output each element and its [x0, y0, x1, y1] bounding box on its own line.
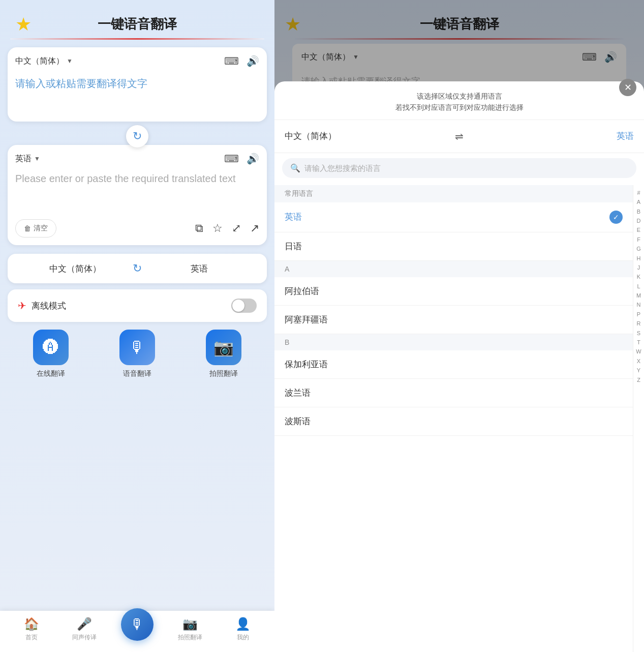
left-panel: ★ 一键语音翻译 中文（简体） ▼ ⌨ 🔊 请输入或粘贴需要翻译得文字 ↻ 英语…	[0, 0, 274, 652]
lang-item-polish[interactable]: 波兰语	[274, 379, 633, 407]
clear-icon: 🗑	[24, 224, 31, 232]
lang-item-arabic[interactable]: 阿拉伯语	[274, 277, 633, 306]
swap-button[interactable]: ↻	[126, 125, 148, 147]
index-a[interactable]: A	[637, 198, 640, 206]
index-r[interactable]: R	[637, 320, 641, 328]
index-x[interactable]: X	[637, 358, 640, 365]
voice-app-icon: 🎙	[119, 330, 155, 365]
target-card: 英语 ▼ ⌨ 🔊 Please enter or paste the requi…	[8, 145, 267, 245]
target-lang-selector[interactable]: 英语 ▼	[15, 154, 40, 164]
target-volume-icon[interactable]: 🔊	[247, 153, 259, 165]
index-g[interactable]: G	[636, 245, 641, 253]
nav-home-label: 首页	[25, 633, 38, 642]
nav-item-realtime[interactable]: 🎤 同声传译	[58, 617, 111, 642]
bookmark-icon[interactable]: ☆	[212, 222, 223, 235]
quick-item-translate[interactable]: 🅐 在线翻译	[33, 330, 69, 378]
modal-close-button[interactable]: ✕	[619, 79, 636, 96]
index-n[interactable]: N	[637, 301, 641, 309]
index-t[interactable]: T	[637, 339, 640, 346]
index-w[interactable]: W	[636, 348, 641, 355]
nav-item-mic[interactable]: 🎙	[111, 618, 164, 641]
bar-source-lang: 中文（简体）	[18, 263, 133, 275]
bar-swap-icon[interactable]: ↻	[133, 262, 142, 275]
mic-button[interactable]: 🎙	[121, 608, 154, 641]
modal-to-lang[interactable]: 英语	[469, 130, 634, 142]
persian-lang-label: 波斯语	[285, 416, 311, 427]
source-lang-arrow: ▼	[67, 57, 73, 65]
modal-search-bar: 🔍	[282, 158, 636, 178]
index-b[interactable]: B	[637, 208, 640, 216]
lang-item-azerbaijani[interactable]: 阿塞拜疆语	[274, 306, 633, 334]
offline-label: 离线模式	[32, 300, 231, 312]
index-k[interactable]: K	[637, 273, 640, 281]
index-y[interactable]: Y	[637, 367, 640, 374]
left-title: 一键语音翻译	[98, 15, 177, 33]
modal-hint-line1: 该选择区域仅支持通用语言	[285, 91, 634, 102]
source-card: 中文（简体） ▼ ⌨ 🔊 请输入或粘贴需要翻译得文字	[8, 47, 267, 122]
realtime-icon: 🎤	[77, 617, 92, 631]
airplane-icon: ✈	[18, 300, 26, 312]
modal-lang-swap-btn[interactable]: ⇌	[450, 127, 469, 145]
source-input[interactable]: 请输入或粘贴需要翻译得文字	[15, 73, 259, 114]
target-lang-arrow: ▼	[34, 155, 40, 162]
index-s[interactable]: S	[637, 330, 640, 337]
translate-label: 在线翻译	[37, 369, 65, 378]
index-m[interactable]: M	[636, 292, 641, 300]
index-hash[interactable]: #	[637, 189, 640, 197]
copy-icon[interactable]: ⧉	[195, 222, 203, 235]
index-j[interactable]: J	[637, 264, 640, 272]
keyboard-icon[interactable]: ⌨	[224, 55, 239, 67]
output-footer: 🗑 清空 ⧉ ☆ ⤢ ↗	[15, 219, 259, 238]
lang-item-japanese[interactable]: 日语	[274, 232, 633, 261]
source-lang-label: 中文（简体）	[15, 56, 64, 67]
right-panel: ★ 一键语音翻译 中文（简体） ▼ ⌨ 🔊 请输入或粘贴需要翻译得文字 ✕ 该选…	[274, 0, 644, 652]
quick-item-voice[interactable]: 🎙 语音翻译	[119, 330, 155, 378]
expand-icon[interactable]: ⤢	[232, 222, 241, 235]
camera-app-icon: 📷	[206, 330, 241, 365]
clear-button[interactable]: 🗑 清空	[15, 219, 56, 238]
share-icon[interactable]: ↗	[250, 222, 259, 235]
index-d[interactable]: D	[637, 217, 641, 225]
source-lang-selector[interactable]: 中文（简体） ▼	[15, 56, 73, 67]
lang-item-english[interactable]: 英语 ✓	[274, 202, 633, 232]
azerbaijani-lang-label: 阿塞拜疆语	[285, 314, 328, 325]
modal-lang-tabs: 中文（简体） ⇌ 英语	[274, 120, 644, 153]
index-p[interactable]: P	[637, 311, 640, 318]
index-l[interactable]: L	[637, 283, 640, 290]
nav-realtime-label: 同声传译	[72, 633, 97, 642]
common-group-header: 常用语言	[274, 185, 633, 202]
modal-spacer	[274, 0, 644, 81]
lang-item-bulgarian[interactable]: 保加利亚语	[274, 350, 633, 379]
voice-label: 语音翻译	[123, 369, 151, 378]
nav-item-home[interactable]: 🏠 首页	[5, 617, 58, 642]
lang-list-main: 常用语言 英语 ✓ 日语 A 阿拉伯语 阿塞拜疆语	[274, 185, 633, 652]
footer-icons: ⧉ ☆ ⤢ ↗	[195, 222, 259, 235]
target-output: Please enter or paste the required trans…	[15, 171, 259, 212]
modal-hint-line2: 若找不到对应语言可到对应功能进行选择	[285, 102, 634, 113]
modal-search-input[interactable]	[304, 164, 628, 172]
star-icon[interactable]: ★	[15, 14, 32, 35]
nav-item-photo[interactable]: 📷 拍照翻译	[164, 617, 217, 642]
index-e[interactable]: E	[637, 226, 640, 234]
photo-icon: 📷	[182, 617, 198, 631]
source-card-icons: ⌨ 🔊	[224, 55, 259, 67]
header-divider	[10, 38, 264, 40]
home-icon: 🏠	[24, 617, 39, 631]
index-f[interactable]: F	[637, 236, 640, 244]
lang-list: 常用语言 英语 ✓ 日语 A 阿拉伯语 阿塞拜疆语	[274, 185, 644, 652]
bulgarian-lang-label: 保加利亚语	[285, 359, 328, 370]
offline-toggle[interactable]	[231, 299, 257, 313]
lang-item-persian[interactable]: 波斯语	[274, 407, 633, 436]
modal-overlay: ✕ 该选择区域仅支持通用语言 若找不到对应语言可到对应功能进行选择 中文（简体）…	[274, 0, 644, 652]
offline-row: ✈ 离线模式	[8, 289, 267, 322]
nav-item-profile[interactable]: 👤 我的	[217, 617, 269, 642]
index-z[interactable]: Z	[637, 376, 640, 384]
clear-label: 清空	[34, 224, 48, 233]
bottom-nav: 🏠 首页 🎤 同声传译 🎙 📷 拍照翻译 👤 我的	[0, 611, 274, 652]
target-keyboard-icon[interactable]: ⌨	[224, 153, 239, 165]
arabic-lang-label: 阿拉伯语	[285, 285, 319, 297]
japanese-lang-label: 日语	[285, 241, 302, 252]
volume-icon[interactable]: 🔊	[247, 55, 259, 67]
index-h[interactable]: H	[637, 255, 641, 262]
quick-item-camera[interactable]: 📷 拍照翻译	[206, 330, 241, 378]
